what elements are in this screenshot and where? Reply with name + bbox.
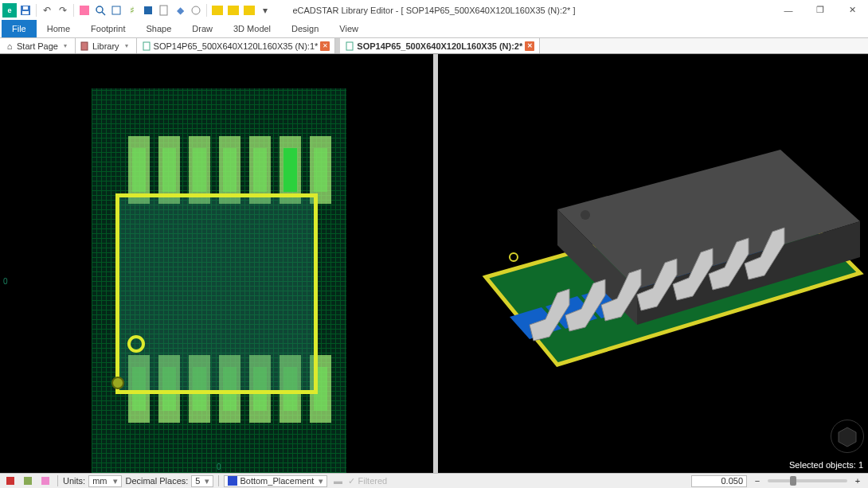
svg-rect-1 — [22, 11, 29, 14]
new-doc-button[interactable] — [157, 3, 171, 18]
doc-tab-library[interactable]: Library ▾ — [76, 38, 137, 53]
save-button[interactable] — [18, 3, 33, 18]
zoom-window-button[interactable] — [109, 3, 123, 18]
doc-tab-startpage[interactable]: ⌂ Start Page ▾ — [0, 38, 76, 53]
doc-tab-label: SOP14P65_500X640X120L160X35 (N):1* — [154, 41, 319, 51]
svg-point-3 — [96, 6, 103, 13]
tab-draw[interactable]: Draw — [182, 20, 223, 37]
svg-rect-6 — [144, 6, 152, 14]
tab-footprint[interactable]: Footprint — [80, 20, 135, 37]
globe-button[interactable] — [189, 3, 203, 18]
ribbon-tabs: File Home Footprint Shape Draw 3D Model … — [0, 20, 868, 38]
svg-rect-10 — [143, 42, 150, 50]
tab-3dmodel[interactable]: 3D Model — [223, 20, 281, 37]
tab-home[interactable]: Home — [37, 20, 80, 37]
svg-rect-9 — [81, 42, 88, 50]
yellow-3-button[interactable] — [242, 3, 256, 18]
doc-tab-label: Start Page — [17, 41, 58, 51]
status-icon-3[interactable] — [38, 474, 53, 487]
tab-shape[interactable]: Shape — [136, 20, 182, 37]
cube-button[interactable] — [141, 3, 155, 18]
yellow-1-button[interactable] — [210, 3, 225, 18]
maximize-button[interactable]: ❐ — [804, 0, 836, 20]
home-icon: ⌂ — [5, 41, 14, 51]
decimal-label: Decimal Places: — [125, 476, 188, 486]
workspace: 0 0 — [0, 54, 868, 473]
filter-label: ✓ Filtered — [348, 476, 387, 486]
axis-x-zero: 0 — [217, 463, 221, 471]
axis-y-zero: 0 — [3, 277, 8, 286]
component-outline[interactable] — [115, 193, 318, 394]
zoom-slider[interactable] — [768, 479, 847, 482]
poly-button[interactable]: ◆ — [173, 3, 187, 18]
undo-button[interactable]: ↶ — [40, 3, 54, 18]
svg-rect-36 — [41, 477, 49, 485]
color-swatch-1[interactable] — [77, 3, 92, 18]
book-icon — [80, 41, 90, 51]
units-select[interactable]: mm▾ — [88, 475, 122, 487]
origin-marker — [111, 377, 124, 389]
svg-point-24 — [581, 210, 590, 220]
redo-button[interactable]: ↷ — [56, 3, 70, 18]
symbol-button[interactable]: ♯ — [125, 3, 139, 18]
svg-rect-35 — [24, 477, 32, 485]
footprint-2d-view[interactable]: 0 0 — [0, 54, 433, 473]
app-logo: e — [2, 3, 17, 18]
tab-file[interactable]: File — [2, 20, 37, 37]
units-label: Units: — [63, 476, 85, 486]
decimal-select[interactable]: 5▾ — [191, 475, 213, 487]
doc-tab-label: SOP14P65_500X640X120L160X35 (N):2* — [357, 41, 522, 51]
yellow-2-button[interactable] — [226, 3, 240, 18]
slider-thumb[interactable] — [790, 476, 796, 486]
tab-view[interactable]: View — [329, 20, 369, 37]
selected-label: Selected objects: — [789, 460, 856, 470]
pin1-marker — [127, 335, 145, 353]
document-tabs: ⌂ Start Page ▾ Library ▾ SOP14P65_500X64… — [0, 38, 868, 54]
dropdown-icon[interactable]: ▾ — [61, 41, 70, 51]
close-tab-button[interactable]: ✕ — [525, 41, 534, 51]
status-icon-1[interactable] — [3, 474, 18, 487]
zoom-fit-button[interactable] — [93, 3, 108, 18]
zoom-in-button[interactable]: + — [850, 474, 865, 487]
svg-rect-5 — [112, 6, 120, 14]
doc-tab-footprint-2[interactable]: SOP14P65_500X640X120L160X35 (N):2* ✕ — [340, 38, 540, 53]
selection-info: Selected objects: 1 — [789, 460, 863, 470]
svg-marker-33 — [839, 427, 856, 447]
zoom-out-button[interactable]: − — [750, 474, 764, 487]
status-icon-2[interactable] — [21, 474, 35, 487]
layer-color-swatch — [228, 476, 237, 486]
status-bar: Units: mm▾ Decimal Places: 5▾ Bottom_Pla… — [0, 473, 868, 488]
svg-rect-34 — [6, 477, 14, 485]
coordinate-readout[interactable]: 0.050 — [691, 475, 747, 487]
tab-design[interactable]: Design — [281, 20, 329, 37]
close-tab-button[interactable]: ✕ — [320, 41, 330, 51]
3d-render — [438, 54, 868, 473]
layer-select[interactable]: Bottom_Placement▾ — [224, 475, 327, 487]
filter-toggle-icon[interactable]: ▬ — [330, 474, 345, 487]
svg-rect-11 — [346, 42, 353, 50]
minimize-button[interactable]: — — [772, 0, 804, 20]
svg-rect-2 — [23, 6, 28, 10]
doc-tab-footprint-1[interactable]: SOP14P65_500X640X120L160X35 (N):1* ✕ — [137, 38, 336, 53]
document-icon — [142, 41, 151, 51]
svg-point-8 — [192, 6, 200, 14]
footprint-3d-view[interactable]: Selected objects: 1 — [438, 54, 868, 473]
view-cube[interactable] — [831, 420, 864, 453]
selected-count: 1 — [858, 460, 863, 470]
close-button[interactable]: ✕ — [836, 0, 868, 20]
qat-customize-button[interactable]: ▾ — [258, 3, 272, 18]
svg-line-4 — [102, 12, 105, 15]
doc-tab-label: Library — [92, 41, 119, 51]
svg-point-32 — [510, 253, 518, 261]
dropdown-icon[interactable]: ▾ — [122, 41, 131, 51]
quick-access-toolbar: e ↶ ↷ ♯ ◆ ▾ — [0, 0, 868, 20]
window-controls: — ❐ ✕ — [772, 0, 868, 20]
svg-rect-7 — [160, 6, 167, 15]
document-icon — [345, 41, 354, 51]
